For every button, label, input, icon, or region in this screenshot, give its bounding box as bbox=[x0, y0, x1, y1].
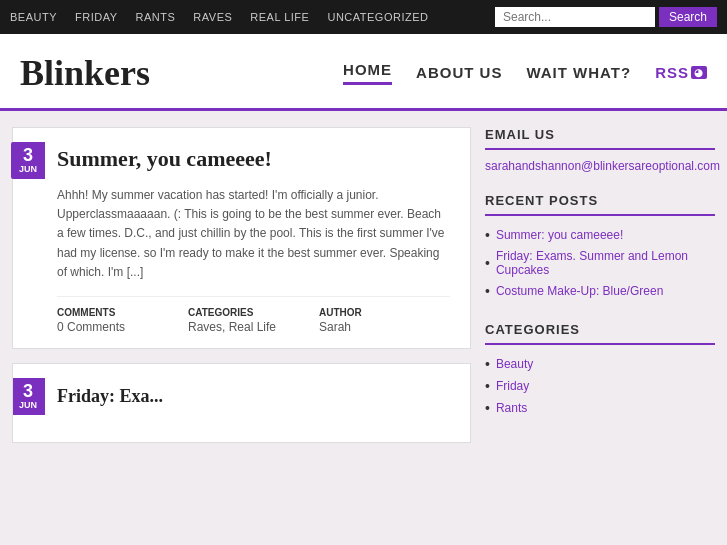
sidebar-recent-title: RECENT POSTS bbox=[485, 193, 715, 216]
email-link[interactable]: sarahandshannon@blinkersareoptional.com bbox=[485, 159, 720, 173]
categories-value[interactable]: Raves, Real Life bbox=[188, 320, 319, 334]
main-content: 3 JUN Summer, you cameeee! Ahhh! My summ… bbox=[0, 111, 727, 459]
top-nav-beauty[interactable]: BEAUTY bbox=[10, 11, 57, 23]
post-day-2: 3 bbox=[13, 382, 43, 400]
post-card-2: 3 JUN Friday: Exa... bbox=[12, 363, 471, 443]
post-card-1: 3 JUN Summer, you cameeee! Ahhh! My summ… bbox=[12, 127, 471, 349]
rss-link[interactable]: RSS ◕ bbox=[655, 64, 707, 85]
top-nav-rants[interactable]: RANTS bbox=[136, 11, 176, 23]
author-label: AUTHOR bbox=[319, 307, 450, 318]
post-title-2[interactable]: Friday: Exa... bbox=[57, 386, 450, 407]
top-nav-links: BEAUTY FRIDAY RANTS RAVES REAL LIFE UNCA… bbox=[10, 11, 495, 23]
list-item: Friday bbox=[485, 375, 715, 397]
recent-post-link-3[interactable]: Costume Make-Up: Blue/Green bbox=[496, 284, 663, 298]
comments-value[interactable]: 0 Comments bbox=[57, 320, 188, 334]
categories-list: Beauty Friday Rants bbox=[485, 353, 715, 419]
site-title: Blinkers bbox=[20, 52, 150, 108]
search-input[interactable] bbox=[495, 7, 655, 27]
top-nav-friday[interactable]: FRIDAY bbox=[75, 11, 118, 23]
category-link-beauty[interactable]: Beauty bbox=[496, 357, 533, 371]
post-date-badge-2: 3 JUN bbox=[12, 378, 45, 415]
recent-post-link-2[interactable]: Friday: Exams. Summer and Lemon Cupcakes bbox=[496, 249, 715, 277]
post-month-1: JUN bbox=[13, 164, 43, 175]
sidebar-recent-posts: RECENT POSTS Summer: you cameeee! Friday… bbox=[485, 193, 715, 302]
author-value[interactable]: Sarah bbox=[319, 320, 450, 334]
sidebar-categories-section: CATEGORIES Beauty Friday Rants bbox=[485, 322, 715, 419]
category-link-friday[interactable]: Friday bbox=[496, 379, 529, 393]
list-item: Summer: you cameeee! bbox=[485, 224, 715, 246]
post-title-1[interactable]: Summer, you cameeee! bbox=[57, 146, 450, 172]
post-meta-comments: COMMENTS 0 Comments bbox=[57, 307, 188, 334]
top-nav-uncategorized[interactable]: UNCATEGORIZED bbox=[327, 11, 428, 23]
search-button[interactable]: Search bbox=[659, 7, 717, 27]
rss-icon: ◕ bbox=[691, 66, 707, 79]
sidebar-email-title: EMAIL US bbox=[485, 127, 715, 150]
categories-label: CATEGORIES bbox=[188, 307, 319, 318]
nav-home[interactable]: HOME bbox=[343, 61, 392, 85]
search-area: Search bbox=[495, 7, 717, 27]
nav-about[interactable]: ABOUT US bbox=[416, 64, 502, 85]
recent-posts-list: Summer: you cameeee! Friday: Exams. Summ… bbox=[485, 224, 715, 302]
sidebar: EMAIL US sarahandshannon@blinkersareopti… bbox=[485, 127, 715, 443]
sidebar-email-link[interactable]: sarahandshannon@blinkersareoptional.com bbox=[485, 158, 715, 173]
posts-column: 3 JUN Summer, you cameeee! Ahhh! My summ… bbox=[12, 127, 471, 443]
list-item: Rants bbox=[485, 397, 715, 419]
nav-waitwhat[interactable]: WAIT WHAT? bbox=[526, 64, 631, 85]
main-nav: HOME ABOUT US WAIT WHAT? RSS ◕ bbox=[343, 61, 707, 99]
list-item: Friday: Exams. Summer and Lemon Cupcakes bbox=[485, 246, 715, 280]
top-nav-reallife[interactable]: REAL LIFE bbox=[250, 11, 309, 23]
top-nav-raves[interactable]: RAVES bbox=[193, 11, 232, 23]
sidebar-categories-title: CATEGORIES bbox=[485, 322, 715, 345]
comments-label: COMMENTS bbox=[57, 307, 188, 318]
post-month-2: JUN bbox=[13, 400, 43, 411]
post-meta-1: COMMENTS 0 Comments CATEGORIES Raves, Re… bbox=[57, 296, 450, 334]
post-date-badge-1: 3 JUN bbox=[11, 142, 45, 179]
post-meta-author: AUTHOR Sarah bbox=[319, 307, 450, 334]
post-excerpt-1: Ahhh! My summer vacation has started! I'… bbox=[57, 186, 450, 282]
post-meta-categories: CATEGORIES Raves, Real Life bbox=[188, 307, 319, 334]
category-link-rants[interactable]: Rants bbox=[496, 401, 527, 415]
post-day-1: 3 bbox=[13, 146, 43, 164]
list-item: Costume Make-Up: Blue/Green bbox=[485, 280, 715, 302]
sidebar-email-section: EMAIL US sarahandshannon@blinkersareopti… bbox=[485, 127, 715, 173]
site-header: Blinkers HOME ABOUT US WAIT WHAT? RSS ◕ bbox=[0, 34, 727, 111]
list-item: Beauty bbox=[485, 353, 715, 375]
recent-post-link-1[interactable]: Summer: you cameeee! bbox=[496, 228, 623, 242]
top-nav-bar: BEAUTY FRIDAY RANTS RAVES REAL LIFE UNCA… bbox=[0, 0, 727, 34]
rss-label: RSS bbox=[655, 64, 689, 81]
